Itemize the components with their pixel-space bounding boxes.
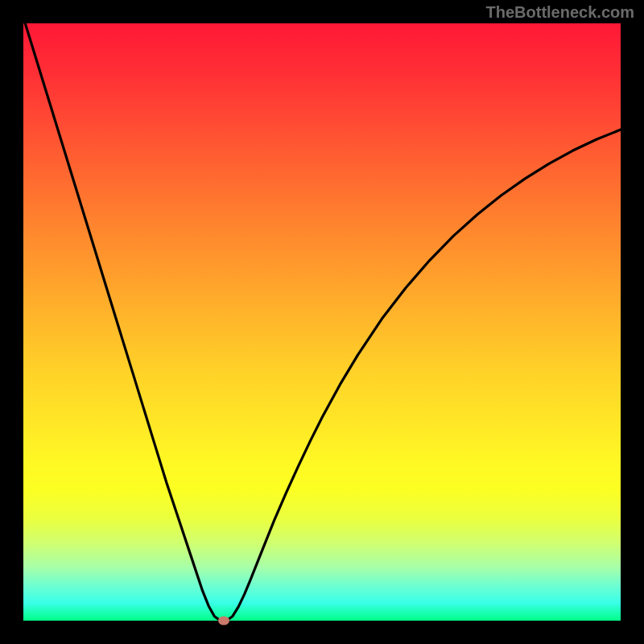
bottleneck-curve <box>23 23 621 621</box>
curve-path <box>23 23 621 621</box>
watermark-text: TheBottleneck.com <box>486 3 634 22</box>
optimal-point-marker <box>218 617 229 625</box>
chart-plot-area <box>23 23 621 621</box>
